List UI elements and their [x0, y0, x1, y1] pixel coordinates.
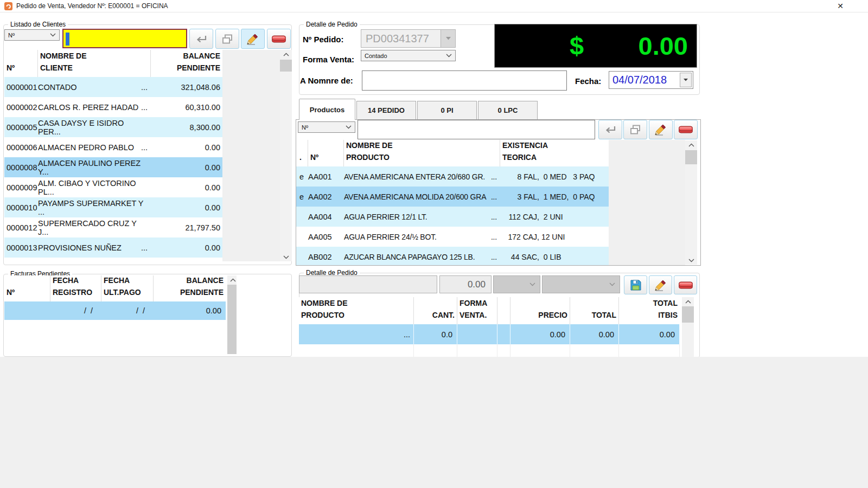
detalle-producto-input[interactable]: [299, 275, 437, 293]
product-code: AA002: [308, 192, 344, 201]
num-pedido-label: Nº Pedido:: [303, 35, 343, 44]
forma-venta-select[interactable]: Contado: [361, 50, 456, 61]
dropdown-button[interactable]: [441, 30, 455, 47]
producto-search-input[interactable]: [358, 120, 595, 139]
tab-label: 0 LPC: [498, 106, 518, 114]
stock-rest: 0 LIB: [539, 253, 561, 261]
tab-lpc[interactable]: 0 LPC: [478, 101, 538, 119]
copy-pages-icon: [221, 34, 233, 44]
product-name: AGUA PERRIER 24/½ BOT.: [344, 233, 437, 241]
scroll-down-button[interactable]: [280, 253, 292, 261]
stock-rest: 12 UNI: [539, 233, 565, 241]
producto-print-button[interactable]: [623, 120, 647, 139]
scroll-up-button[interactable]: [685, 140, 697, 149]
scroll-down-button[interactable]: [685, 256, 697, 265]
eraser-icon: [678, 281, 693, 290]
col-header-precio: PRECIO: [510, 297, 570, 324]
factura-row-selected[interactable]: / / / / 0.00: [4, 301, 226, 320]
client-row[interactable]: 0000013 PROVISIONES NUÑEZ... 0.00: [4, 237, 222, 258]
product-name: AVENA AMERICANA MOLIDA 20/600 GRA: [344, 192, 486, 201]
scroll-thumb[interactable]: [227, 285, 237, 354]
a-nombre-input[interactable]: [362, 70, 567, 91]
detalle-save-button[interactable]: [624, 275, 647, 294]
productos-table-header: . Nº NOMBRE DEPRODUCTO EXISTENCIATEORICA: [296, 140, 609, 166]
producto-edit-button[interactable]: [649, 120, 673, 139]
detalle-forma: [457, 324, 497, 344]
factura-balance: 0.00: [154, 306, 226, 315]
scroll-thumb[interactable]: [682, 306, 694, 323]
client-number: 0000001: [4, 83, 38, 92]
client-number: 0000009: [4, 183, 38, 192]
product-flag: e: [296, 172, 308, 181]
col-header-num: Nº: [308, 140, 344, 166]
client-name: ALM. CIBAO Y VICTORINO PL...: [38, 179, 148, 196]
producto-filter-select[interactable]: Nº: [298, 121, 355, 133]
detalle-edit-button[interactable]: [649, 275, 672, 294]
detalle-cantidad-input[interactable]: 0.00: [439, 275, 492, 293]
client-filter-select[interactable]: Nº: [4, 29, 60, 41]
client-row[interactable]: 0000010 PAYAMPS SUPERMARKET Y ... 0.00: [4, 197, 222, 217]
product-row[interactable]: AA005 AGUA PERRIER 24/½ BOT.... 172 CAJ,…: [296, 227, 609, 247]
close-button[interactable]: ✕: [834, 1, 846, 11]
tab-label: 14 PEDIDO: [368, 106, 405, 114]
producto-enter-button[interactable]: [598, 120, 622, 139]
client-edit-button[interactable]: [241, 29, 265, 49]
tab-pi[interactable]: 0 PI: [417, 101, 477, 119]
client-filter-value: Nº: [8, 32, 15, 38]
client-row[interactable]: 0000001 CONTADO... 321,048.06: [4, 77, 222, 97]
product-name-cell: AGUA PERRIER 24/½ BOT....: [344, 233, 500, 241]
detalle-scrollbar[interactable]: [682, 297, 694, 357]
client-print-button[interactable]: [215, 29, 239, 49]
client-row[interactable]: 0000009 ALM. CIBAO Y VICTORINO PL... 0.0…: [4, 177, 222, 197]
fecha-combo[interactable]: 04/07/2018: [609, 71, 693, 89]
cantidad-value: 0.00: [468, 279, 486, 290]
enter-icon: [195, 34, 208, 44]
tab-productos[interactable]: Productos: [299, 99, 355, 120]
pencil-icon: [246, 33, 260, 46]
clientes-scrollbar[interactable]: [280, 50, 292, 261]
client-row[interactable]: 0000012 SUPERMERCADO CRUZ Y J... 21,797.…: [4, 217, 222, 237]
product-row[interactable]: AA004 AGUA PERRIER 12/1 LT.... 112 CAJ, …: [296, 207, 609, 227]
clientes-group-legend: Listado de Clientes: [8, 21, 68, 28]
client-row[interactable]: 0000005 CASA DAYSY E ISIDRO PER... 8,300…: [4, 117, 222, 137]
dropdown-button[interactable]: [680, 73, 692, 87]
detalle-nombre-cell: ...: [299, 324, 414, 344]
client-delete-button[interactable]: [267, 29, 291, 49]
scroll-up-button[interactable]: [682, 297, 694, 306]
producto-delete-button[interactable]: [674, 120, 698, 139]
client-balance: 0.00: [151, 163, 222, 172]
client-name: SUPERMERCADO CRUZ Y J...: [38, 219, 148, 236]
scroll-thumb[interactable]: [280, 60, 292, 72]
factura-fecha-registro: / /: [50, 306, 101, 315]
clientes-table-header: Nº NOMBRE DECLIENTE BALANCEPENDIENTE: [4, 50, 222, 77]
facturas-scrollbar[interactable]: [227, 275, 237, 354]
client-enter-button[interactable]: [189, 29, 213, 49]
enter-icon: [604, 125, 617, 134]
empty-desktop-area: [0, 357, 868, 488]
scroll-up-button[interactable]: [227, 275, 237, 284]
scroll-thumb[interactable]: [685, 150, 697, 164]
detalle-row-selected[interactable]: ... 0.0 0.00 0.00 0.00: [299, 324, 680, 344]
num-pedido-combo[interactable]: PD00341377: [361, 29, 456, 48]
detalle-delete-button[interactable]: [674, 275, 697, 294]
detalle-table: NOMBRE DEPRODUCTO CANT. FORMAVENTA. PREC…: [299, 297, 697, 357]
detalle-forma-select[interactable]: [493, 275, 540, 293]
detalle-precio-select[interactable]: [542, 275, 620, 293]
client-row[interactable]: 0000006 ALMACEN PEDRO PABLO... 0.00: [4, 137, 222, 157]
tab-pedido[interactable]: 14 PEDIDO: [356, 101, 416, 119]
client-row-selected[interactable]: 0000008 ALMACEN PAULINO PEREZ Y... 0.00: [4, 157, 222, 177]
productos-scrollbar[interactable]: [685, 140, 697, 265]
client-search-input[interactable]: [62, 29, 187, 48]
pencil-icon: [654, 279, 668, 292]
product-row[interactable]: e AA001 AVENA AMERICANA ENTERA 20/680 GR…: [296, 166, 609, 187]
product-row[interactable]: AB002 AZUCAR BLANCA PAPAGAYO 125 LB.... …: [296, 247, 609, 265]
client-name: CONTADO: [38, 83, 76, 92]
stock-rest: 0 MED 3 PAQ: [539, 172, 595, 181]
product-row-selected[interactable]: e AA002 AVENA AMERICANA MOLIDA 20/600 GR…: [296, 187, 609, 207]
col-header-nombre: NOMBRE DEPRODUCTO: [299, 297, 414, 324]
stock-qty: 3 FAL,: [500, 192, 539, 201]
col-header-flag: .: [296, 140, 308, 166]
total-amount: 0.00: [639, 31, 688, 61]
client-row[interactable]: 0000002 CARLOS R. PEREZ HADAD... 60,310.…: [4, 97, 222, 117]
scroll-up-button[interactable]: [280, 50, 292, 59]
